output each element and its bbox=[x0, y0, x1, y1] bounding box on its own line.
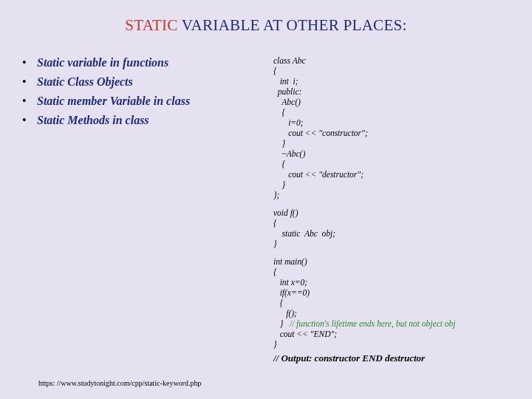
code-block-class: class Abc { int i; public: Abc() { i=0; … bbox=[273, 55, 517, 200]
list-item: • Static Methods in class bbox=[22, 113, 273, 128]
bullet-icon: • bbox=[22, 94, 37, 109]
source-url: https: //www.studytonight.com/cpp/static… bbox=[38, 379, 201, 387]
code-comment: // function's lifetime ends here, but no… bbox=[290, 319, 456, 328]
code-block-func: void f() { static Abc obj; } bbox=[273, 208, 517, 249]
bullet-text: Static Methods in class bbox=[37, 113, 149, 128]
output-line: // Output: constructor END destructor bbox=[273, 352, 517, 364]
code-block-main: int main() { int x=0; if(x==0) { f(); } … bbox=[273, 256, 517, 349]
bullet-icon: • bbox=[22, 113, 37, 128]
code-column: class Abc { int i; public: Abc() { i=0; … bbox=[273, 55, 532, 364]
bullet-text: Static member Variable in class bbox=[37, 94, 190, 109]
list-item: • Static variable in functions bbox=[22, 55, 273, 70]
bullet-text: Static Class Objects bbox=[37, 75, 133, 89]
title-static-word: STATIC bbox=[125, 16, 177, 34]
bullet-list: • Static variable in functions • Static … bbox=[0, 55, 273, 364]
list-item: • Static member Variable in class bbox=[22, 94, 273, 109]
content-area: • Static variable in functions • Static … bbox=[0, 55, 532, 364]
bullet-text: Static variable in functions bbox=[37, 55, 168, 70]
list-item: • Static Class Objects bbox=[22, 75, 273, 89]
title-rest: VARIABLE AT OTHER PLACES: bbox=[178, 16, 407, 34]
bullet-icon: • bbox=[22, 55, 37, 70]
bullet-icon: • bbox=[22, 75, 37, 89]
slide-title: STATIC VARIABLE AT OTHER PLACES: bbox=[0, 16, 532, 35]
